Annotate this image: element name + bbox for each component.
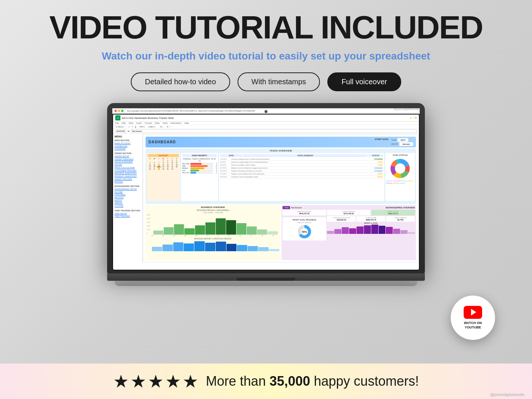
- task-date-6: 8/12/2024: [220, 173, 231, 175]
- calendar-month: AUGUST: [148, 154, 179, 157]
- badge-timestamps: With timestamps: [238, 72, 320, 91]
- menu-insert[interactable]: Insert: [136, 122, 142, 124]
- main-title: VIDEO TUTORIAL INCLUDED: [49, 11, 482, 44]
- menu-tools[interactable]: Tools: [163, 122, 168, 124]
- nav-bank-account[interactable]: BANK ACCOUNT: [115, 142, 141, 145]
- task-status-6: ⚬ To Do: [377, 173, 383, 175]
- menu-data[interactable]: Data: [155, 122, 160, 124]
- tasks-summary-widget: DATE TASKS SUMMARY STATUS 7/26/2024: [219, 153, 384, 201]
- profit-goal-box: PROFIT GOAL PROGRESS $366,479 / $400,000: [283, 217, 327, 241]
- total-exp-value: $275,768.39: [328, 212, 370, 215]
- nav-sales-overview[interactable]: SALES OVERVIEW: [115, 161, 141, 164]
- watermark-top: @prioridigitalstudio: [394, 108, 419, 111]
- tax-value: $39,832.25: [328, 219, 355, 221]
- priority-label-l: Low: [182, 170, 190, 171]
- title-bar: ≡ All-In-One Handmade Business Tracker M…: [113, 115, 419, 122]
- search-icon[interactable]: 🔍 Menus: [115, 126, 123, 128]
- star-1: ★: [113, 371, 129, 392]
- dashboard-header: DASHBOARD START DATE YEAR 2024: [146, 137, 416, 147]
- print-icon[interactable]: 🖨: [134, 126, 136, 128]
- menu-help[interactable]: Help: [184, 122, 189, 124]
- profit-goal-label: PROFIT GOAL PROGRESS: [284, 219, 325, 221]
- menu-format[interactable]: Format: [145, 122, 152, 124]
- bottom-text-suffix: happy customers!: [310, 374, 419, 389]
- priority-bar-bg-l: [190, 170, 213, 171]
- play-triangle-icon: [471, 309, 476, 316]
- nav-order-setup[interactable]: ORDER SETUP: [115, 155, 141, 158]
- bold-btn[interactable]: B: [167, 126, 168, 128]
- menu-title: MENU: [115, 135, 141, 138]
- priority-bar-bg-m: [190, 167, 213, 169]
- toolbar: 🔍 Menus | ↩ ↪ 🖨 | 90% ▾ | Calibri ▾ | - …: [113, 125, 419, 129]
- status-legend: ■ Review ✕ Cancelled ■ Overview ■ Starte…: [386, 180, 414, 184]
- dashboard-area: DASHBOARD START DATE YEAR 2024: [144, 135, 417, 262]
- subtitle: Watch our in-depth video tutorial to eas…: [102, 50, 430, 62]
- nav-material-inventory[interactable]: MATERIAL INVENTORY: [115, 172, 141, 175]
- year-label: YEAR: [391, 139, 396, 141]
- task-row-5: 8/20/2024 Schedule onboarding orientatio…: [220, 170, 383, 173]
- order-section-title: ORDER SECTION: [115, 152, 141, 154]
- task-status-title: TASK STATUS: [386, 154, 414, 156]
- star-2: ★: [130, 371, 146, 392]
- font-select[interactable]: Calibri ▾: [149, 126, 156, 128]
- nav-expenses[interactable]: EXPENSES: [115, 194, 141, 197]
- font-size[interactable]: - 10 +: [159, 126, 164, 128]
- nav-order-tracker[interactable]: ORDER TRACKER: [115, 178, 141, 181]
- invoiced-title: INVOICED AMOUNT vs RESTOCK AMOUNT: [147, 238, 279, 240]
- chart-bars: [153, 214, 278, 235]
- nav-mileage[interactable]: MILEAGE: [115, 197, 141, 200]
- nav-product-inventory[interactable]: PRODUCT INVENTORY: [115, 175, 141, 178]
- formula-input[interactable]: Net Amount: [131, 129, 417, 133]
- formula-icon: fx: [128, 130, 129, 132]
- restock-bars: [152, 240, 279, 251]
- nav-calendar[interactable]: CALENDAR: [115, 148, 141, 151]
- nav-recipe[interactable]: RECIPE: [115, 164, 141, 167]
- bar-chart: 5,000 4,000 3,000 2,000 1,000 0: [147, 214, 279, 235]
- profit-goal-subtext: $366,479 / $400,000: [284, 222, 325, 224]
- cell-ref[interactable]: AA24:AD2: [115, 129, 126, 133]
- menu-view[interactable]: View: [129, 122, 133, 124]
- undo-icon[interactable]: ↩: [129, 126, 130, 128]
- laptop-bottom: [115, 281, 417, 286]
- nav-price-calculator[interactable]: PRICE CALCULATOR: [115, 167, 141, 170]
- nav-month[interactable]: MONTH: [115, 200, 141, 202]
- nav-bookkeeping-setup[interactable]: BOOKKEEPING SETUP: [115, 188, 141, 191]
- margin-value: 56.75%: [387, 219, 414, 221]
- total-tax: TOTAL TAX COLLECTED $39,832.25: [327, 216, 356, 222]
- menu-file[interactable]: File: [115, 122, 119, 124]
- nav-customer-tracker[interactable]: CUSTOMER TRACKER: [115, 170, 141, 173]
- italic-btn[interactable]: I: [170, 126, 170, 128]
- view-label[interactable]: VIEW: [283, 206, 290, 209]
- page-wrapper: VIDEO TUTORIAL INCLUDED Watch our in-dep…: [0, 0, 532, 399]
- youtube-icon: [464, 306, 482, 319]
- menu-extensions[interactable]: Extensions: [171, 122, 181, 124]
- priority-count-m: 5: [214, 167, 217, 169]
- nav-task-tracker[interactable]: TASK TRACKER: [115, 215, 141, 218]
- file-name: All-In-One Handmade Business Tracker Mul…: [122, 117, 174, 119]
- nav-invoice[interactable]: INVOICE: [115, 181, 141, 184]
- nav-dashboard[interactable]: DASHBOARD: [115, 145, 141, 148]
- nav-order-overview[interactable]: ORDER OVERVIEW: [115, 158, 141, 161]
- month-labels: Jan Feb Mar Apr May Jun Jul Aug: [147, 235, 279, 236]
- priority-label-h: High: [182, 165, 190, 167]
- redo-icon[interactable]: ↪: [132, 126, 133, 128]
- nav-custom[interactable]: CUSTOM: [115, 205, 141, 208]
- nav-task-setup[interactable]: TASK SETUP: [115, 212, 141, 215]
- nav-annual[interactable]: ANNUAL: [115, 202, 141, 205]
- youtube-button[interactable]: WATCH ON YOUTUBE: [451, 296, 495, 340]
- dot-close: [115, 110, 117, 112]
- formula-bar: AA24:AD2 fx Net Amount: [113, 129, 419, 134]
- total-expenses: TOTAL EXPENSES $275,768.39: [327, 210, 371, 215]
- month-value: January: [399, 142, 413, 146]
- dashboard-title: DASHBOARD: [149, 140, 176, 144]
- profit-loss: PROFIT / LOSS $366,479.12: [371, 210, 415, 215]
- priority-count-vl: 2: [214, 172, 217, 174]
- task-row-7: 8/20/2024 Implement a new file organizat…: [220, 175, 383, 178]
- priority-label-m: Medium: [182, 167, 190, 169]
- browser-url[interactable]: docs.google.com/spreadsheets/d/1327sR6jD…: [125, 109, 417, 112]
- menu-edit[interactable]: Edit: [122, 122, 126, 124]
- nav-income[interactable]: INCOME: [115, 191, 141, 194]
- task-name-5: Schedule onboarding orientations for new…: [231, 170, 373, 172]
- zoom-select[interactable]: 90% ▾: [140, 126, 145, 128]
- tasks-overview-title: TASKS OVERVIEW: [147, 150, 415, 152]
